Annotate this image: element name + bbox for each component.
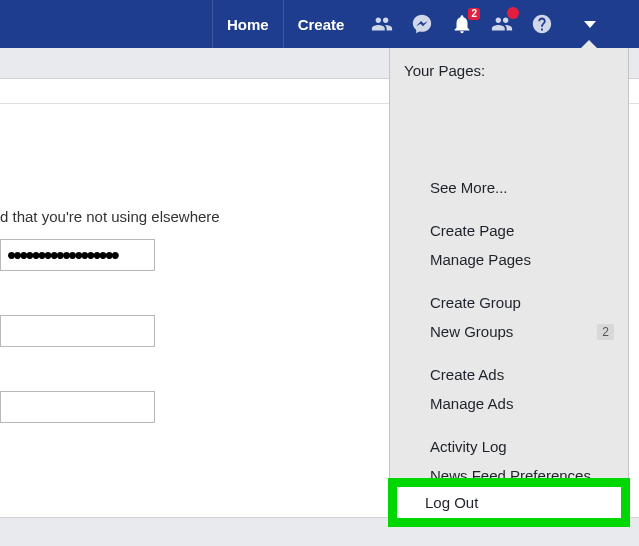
nav-home-link[interactable]: Home — [212, 0, 283, 48]
confirm-password-input[interactable] — [0, 391, 155, 423]
quicklinks-badge — [507, 7, 519, 19]
notifications-icon[interactable]: 2 — [450, 12, 474, 36]
dropdown-create-group[interactable]: Create Group — [390, 288, 628, 317]
nav-icons: 2 — [370, 12, 596, 36]
dropdown-manage-ads[interactable]: Manage Ads — [390, 389, 628, 418]
nav-create-link[interactable]: Create — [283, 0, 359, 48]
dropdown-new-groups-label: New Groups — [430, 323, 513, 340]
new-groups-count-badge: 2 — [597, 324, 614, 340]
dropdown-new-groups[interactable]: New Groups 2 — [390, 317, 628, 346]
logout-highlight: Log Out — [388, 478, 630, 527]
dropdown-activity-log[interactable]: Activity Log — [390, 432, 628, 461]
navbar: Home Create 2 — [0, 0, 639, 48]
messenger-icon[interactable] — [410, 12, 434, 36]
dropdown-see-more[interactable]: See More... — [390, 173, 628, 202]
dropdown-create-page[interactable]: Create Page — [390, 216, 628, 245]
notifications-badge: 2 — [468, 8, 480, 20]
new-password-input[interactable] — [0, 315, 155, 347]
current-password-input[interactable] — [0, 239, 155, 271]
dropdown-your-pages-header: Your Pages: — [390, 48, 628, 85]
dropdown-logout[interactable]: Log Out — [397, 487, 621, 518]
help-icon[interactable] — [530, 12, 554, 36]
account-menu-caret-icon[interactable] — [584, 21, 596, 28]
account-dropdown: Your Pages: See More... Create Page Mana… — [389, 48, 629, 522]
nav-links: Home Create — [212, 0, 358, 48]
dropdown-manage-pages[interactable]: Manage Pages — [390, 245, 628, 274]
quicklinks-icon[interactable] — [490, 12, 514, 36]
friend-requests-icon[interactable] — [370, 12, 394, 36]
dropdown-create-ads[interactable]: Create Ads — [390, 360, 628, 389]
